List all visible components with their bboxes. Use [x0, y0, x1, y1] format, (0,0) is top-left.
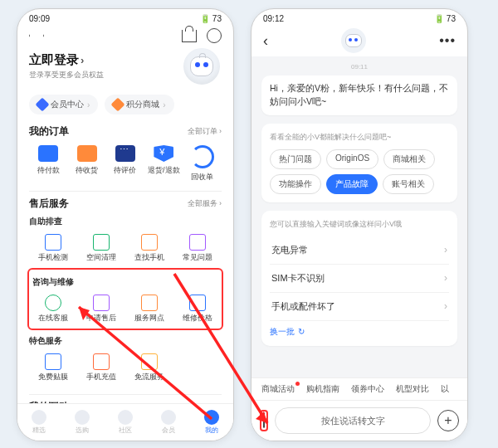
location-icon	[141, 295, 158, 311]
special-title: 特色服务	[29, 335, 222, 347]
status-bar: 09:12 🔋 73	[251, 9, 467, 25]
avatar[interactable]	[182, 46, 222, 86]
chevron-right-icon: ›	[444, 244, 447, 256]
status-right: 🔋 73	[200, 14, 222, 23]
package-icon	[77, 145, 97, 162]
tab-member[interactable]: 会员	[161, 410, 176, 435]
refresh-link[interactable]: 换一批 ↻	[270, 326, 305, 338]
svc-item[interactable]: 手机充值	[77, 350, 125, 386]
list-item[interactable]: 手机或配件坏了›	[270, 293, 449, 321]
svc-item[interactable]: 维修价格	[173, 291, 222, 327]
order-item[interactable]: 待评价	[106, 145, 144, 183]
chip[interactable]: OriginOS	[326, 149, 378, 169]
tab-mine[interactable]: 我的	[204, 410, 219, 435]
price-icon	[189, 295, 206, 311]
strip-item[interactable]: 领券中心	[351, 383, 384, 395]
orders-more[interactable]: 全部订单 ›	[188, 126, 222, 137]
greeting-bubble: Hi，亲爱的V粉，新年快乐！有什么问题，不妨问问小V吧~	[261, 75, 457, 115]
points-mall-pill[interactable]: 积分商城›	[105, 95, 173, 114]
chip[interactable]: 热门问题	[270, 149, 321, 169]
bot-icon	[345, 34, 362, 47]
review-icon	[115, 145, 135, 162]
scan-icon[interactable]	[29, 28, 44, 43]
chevron-right-icon: ›	[444, 272, 447, 284]
svc-item[interactable]: 空间清理	[77, 231, 125, 266]
self-check-title: 自助排查	[29, 216, 222, 227]
add-button[interactable]: +	[437, 410, 459, 431]
list-item[interactable]: 充电异常›	[270, 236, 449, 265]
topup-icon	[93, 353, 110, 370]
status-right: 🔋 73	[434, 14, 456, 23]
consult-title: 咨询与维修	[29, 276, 222, 288]
svc-online-service[interactable]: 在线客服	[29, 291, 77, 327]
chip[interactable]: 功能操作	[270, 174, 321, 194]
chip[interactable]: 商城相关	[383, 149, 435, 169]
svc-item[interactable]: 手机检测	[29, 231, 77, 266]
phone-check-icon	[45, 234, 61, 251]
refund-icon	[154, 145, 173, 162]
clean-icon	[93, 234, 110, 251]
input-bar: 按住说话转文字 +	[251, 400, 467, 441]
svc-item[interactable]: 查找手机	[125, 231, 173, 266]
order-item[interactable]: 待收货	[67, 145, 105, 183]
order-item[interactable]: 待付款	[29, 145, 67, 183]
apply-icon	[93, 295, 110, 311]
find-phone-icon	[141, 234, 158, 251]
status-bar: 09:09 🔋 73	[17, 9, 233, 25]
login-subtitle: 登录享受更多会员权益	[29, 70, 104, 80]
timestamp: 09:11	[261, 63, 457, 71]
svc-item[interactable]: 服务网点	[125, 291, 173, 327]
diamond-icon	[36, 98, 50, 112]
tab-community[interactable]: 社区	[118, 410, 133, 435]
status-time: 09:12	[263, 14, 284, 23]
phone-right: 09:12 🔋 73 ‹ ••• 09:11 Hi，亲爱的V粉，新年快乐！有什么…	[251, 8, 468, 441]
highlight-keyboard	[260, 410, 268, 431]
orders-title: 我的订单	[29, 124, 69, 139]
highlight-consult: 咨询与维修 在线客服 申请售后 服务网点 维修价格	[27, 268, 223, 330]
aftersale-title: 售后服务	[29, 197, 69, 211]
strip-item[interactable]: 以	[441, 383, 449, 395]
svc-item[interactable]: 申请售后	[77, 291, 125, 327]
tab-shop[interactable]: 选购	[75, 410, 90, 435]
question-card: 您可以直接输入关键词或像这样问小V哦 充电异常› SIM卡不识别› 手机或配件坏…	[261, 211, 457, 346]
chevron-right-icon: ›	[444, 300, 447, 312]
voice-input[interactable]: 按住说话转文字	[275, 407, 431, 434]
strip-item[interactable]: 机型对比	[396, 383, 429, 395]
bot-icon	[190, 56, 213, 76]
datafree-icon	[141, 353, 158, 370]
cart-icon[interactable]	[182, 30, 197, 42]
chip[interactable]: 账号相关	[383, 174, 434, 194]
member-center-pill[interactable]: 会员中心›	[29, 95, 98, 114]
list-item[interactable]: SIM卡不识别›	[270, 265, 449, 293]
order-item[interactable]: 回收单	[183, 145, 222, 183]
quick-strip[interactable]: 商城活动 购机指南 领券中心 机型对比 以	[251, 377, 467, 401]
strip-item[interactable]: 商城活动	[261, 383, 295, 395]
bot-avatar[interactable]	[341, 28, 366, 53]
strip-item[interactable]: 购机指南	[306, 383, 339, 395]
status-time: 09:09	[29, 14, 50, 23]
back-button[interactable]: ‹	[263, 32, 268, 50]
keyboard-icon[interactable]	[263, 412, 265, 428]
tab-bar: 精选 选购 社区 会员 我的	[17, 403, 233, 441]
faq-icon	[189, 234, 206, 251]
order-item[interactable]: 退货/退款	[144, 145, 183, 183]
card-subtitle: 您可以直接输入关键词或像这样问小V哦	[270, 219, 449, 230]
phone-left: 09:09 🔋 73 立即登录› 登录享受更多会员权益	[17, 8, 234, 441]
film-icon	[45, 353, 61, 370]
headset-icon	[45, 295, 61, 311]
login-link[interactable]: 立即登录›	[29, 52, 104, 68]
svc-item[interactable]: 常见问题	[173, 231, 222, 266]
card-subtitle: 看看全能的小V都能解决什么问题吧~	[270, 132, 449, 143]
chip-active[interactable]: 产品故障	[326, 174, 378, 194]
topic-card: 看看全能的小V都能解决什么问题吧~ 热门问题 OriginOS 商城相关 功能操…	[261, 124, 457, 202]
svc-item[interactable]: 免费贴膜	[29, 350, 77, 386]
settings-icon[interactable]	[207, 28, 222, 43]
tab-featured[interactable]: 精选	[32, 410, 46, 435]
recycle-icon	[191, 145, 214, 168]
aftersale-more[interactable]: 全部服务 ›	[188, 198, 222, 209]
more-button[interactable]: •••	[439, 33, 456, 48]
svc-item[interactable]: 免流服务	[125, 350, 173, 386]
wallet-icon	[38, 145, 58, 162]
diamond-icon	[111, 98, 125, 112]
